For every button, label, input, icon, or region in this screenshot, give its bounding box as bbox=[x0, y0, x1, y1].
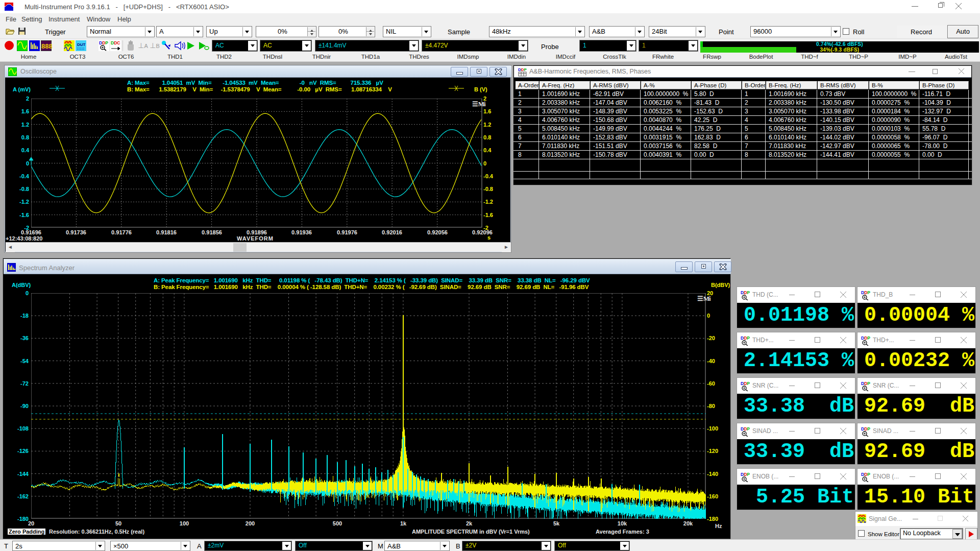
svg-text:DDP: DDP bbox=[861, 336, 870, 341]
svg-text:DDP: DDP bbox=[741, 290, 750, 295]
svg-text:DDP: DDP bbox=[861, 381, 870, 386]
svg-text:DDP: DDP bbox=[861, 426, 870, 432]
svg-text:DDP: DDP bbox=[861, 290, 870, 295]
svg-text:DDP: DDP bbox=[861, 472, 870, 477]
svg-text:DDP: DDP bbox=[99, 40, 108, 45]
svg-text:DDP: DDP bbox=[518, 67, 527, 72]
svg-text:DDP: DDP bbox=[741, 472, 750, 477]
svg-text:DUT: DUT bbox=[77, 42, 86, 47]
svg-text:DDP: DDP bbox=[741, 381, 750, 386]
svg-text:DDC: DDC bbox=[111, 40, 120, 45]
svg-text:DDP: DDP bbox=[741, 426, 750, 432]
svg-text:DDP: DDP bbox=[741, 336, 750, 341]
